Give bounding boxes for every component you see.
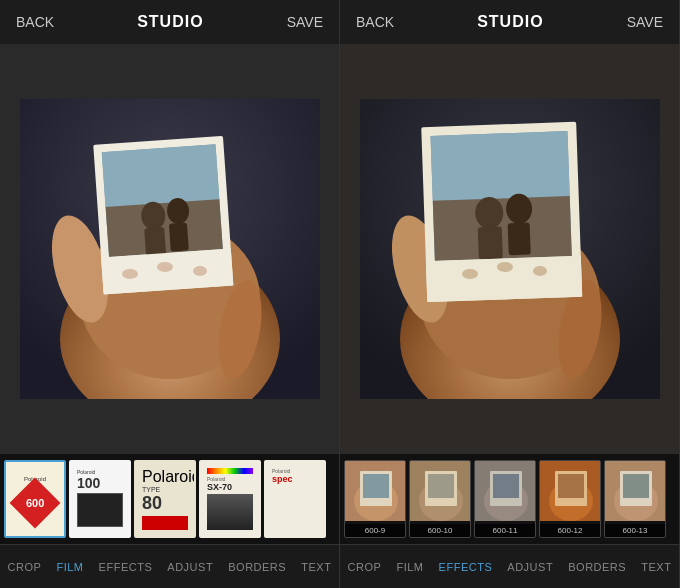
svg-point-32	[497, 262, 513, 272]
left-panel: BACK STUDIO SAVE	[0, 0, 340, 588]
left-photo-area	[0, 44, 339, 454]
right-header: BACK STUDIO SAVE	[340, 0, 679, 44]
film-item-80[interactable]: Polaroid TYPE 80	[134, 460, 196, 538]
svg-rect-27	[477, 226, 502, 259]
film-80-number: 80	[142, 493, 188, 514]
film-sx70-box	[207, 494, 253, 530]
effect-thumb-600-9	[345, 461, 405, 521]
effect-item-600-13[interactable]: 600-13	[604, 460, 666, 538]
left-photo-svg	[20, 99, 320, 399]
right-back-button[interactable]: BACK	[356, 14, 394, 30]
effect-label-600-12: 600-12	[540, 524, 600, 537]
film-sx70-rainbow	[207, 468, 253, 474]
effect-label-600-13: 600-13	[605, 524, 665, 537]
effect-label-600-10: 600-10	[410, 524, 470, 537]
left-save-button[interactable]: SAVE	[287, 14, 323, 30]
left-nav-adjust[interactable]: ADJUST	[163, 561, 217, 573]
effect-item-600-12[interactable]: 600-12	[539, 460, 601, 538]
film-item-spectra[interactable]: Polaroid spec	[264, 460, 326, 538]
right-nav-borders[interactable]: BORDERS	[564, 561, 630, 573]
left-photo-canvas	[20, 99, 320, 399]
effect-label-600-11: 600-11	[475, 524, 535, 537]
svg-rect-7	[101, 144, 219, 207]
effect-label-600-9: 600-9	[345, 524, 405, 537]
right-bottom-nav: CROP FILM EFFECTS ADJUST BORDERS TEXT	[340, 544, 679, 588]
film-80-brand-label: Polaroid	[142, 468, 188, 486]
film-item-100[interactable]: Polaroid 100	[69, 460, 131, 538]
svg-rect-43	[410, 461, 471, 521]
svg-point-16	[193, 266, 207, 276]
left-nav-borders[interactable]: BORDERS	[224, 561, 290, 573]
svg-point-15	[157, 262, 173, 272]
right-photo-area	[340, 44, 679, 454]
right-photo-svg	[360, 99, 660, 399]
left-header: BACK STUDIO SAVE	[0, 0, 339, 44]
effect-thumb-600-12	[540, 461, 600, 521]
svg-rect-12	[168, 222, 188, 251]
left-nav-effects[interactable]: EFFECTS	[95, 561, 157, 573]
film-100-number: 100	[77, 475, 123, 491]
right-effects-strip: 600-9 600-10	[340, 454, 679, 544]
right-nav-film[interactable]: FILM	[392, 561, 427, 573]
film-600-number: 600	[26, 496, 44, 508]
film-80-box	[142, 516, 188, 530]
right-save-button[interactable]: SAVE	[627, 14, 663, 30]
left-nav-film[interactable]: FILM	[52, 561, 87, 573]
film-600-diamond: 600	[10, 477, 61, 528]
effect-thumb-600-11	[475, 461, 535, 521]
svg-point-33	[533, 266, 547, 276]
film-100-box	[77, 493, 123, 527]
right-nav-text[interactable]: TEXT	[637, 561, 675, 573]
right-nav-crop[interactable]: CROP	[344, 561, 386, 573]
svg-rect-24	[430, 131, 569, 201]
effect-item-600-9[interactable]: 600-9	[344, 460, 406, 538]
svg-rect-38	[345, 461, 406, 521]
left-nav-text[interactable]: TEXT	[297, 561, 335, 573]
effect-thumb-600-10	[410, 461, 470, 521]
film-item-sx70[interactable]: Polaroid SX-70	[199, 460, 261, 538]
film-spectra-name-label: spec	[272, 474, 318, 484]
right-title: STUDIO	[477, 13, 543, 31]
svg-rect-58	[605, 461, 666, 521]
svg-rect-48	[475, 461, 536, 521]
svg-rect-29	[507, 222, 530, 255]
left-title: STUDIO	[137, 13, 203, 31]
effect-item-600-10[interactable]: 600-10	[409, 460, 471, 538]
left-nav-crop[interactable]: CROP	[4, 561, 46, 573]
svg-rect-53	[540, 461, 601, 521]
left-bottom-nav: CROP FILM EFFECTS ADJUST BORDERS TEXT	[0, 544, 339, 588]
right-nav-effects[interactable]: EFFECTS	[435, 561, 497, 573]
right-panel: BACK STUDIO SAVE	[340, 0, 680, 588]
film-item-600[interactable]: Polaroid 600	[4, 460, 66, 538]
right-photo-canvas	[360, 99, 660, 399]
svg-point-31	[462, 269, 478, 279]
left-back-button[interactable]: BACK	[16, 14, 54, 30]
right-nav-adjust[interactable]: ADJUST	[503, 561, 557, 573]
svg-point-14	[122, 269, 138, 279]
left-film-strip: Polaroid 600 Polaroid 100 Polaroid TYPE …	[0, 454, 339, 544]
svg-rect-10	[144, 227, 166, 256]
effect-thumb-600-13	[605, 461, 665, 521]
film-80-type-label: TYPE	[142, 486, 188, 493]
effect-item-600-11[interactable]: 600-11	[474, 460, 536, 538]
film-sx70-name-label: SX-70	[207, 482, 253, 492]
